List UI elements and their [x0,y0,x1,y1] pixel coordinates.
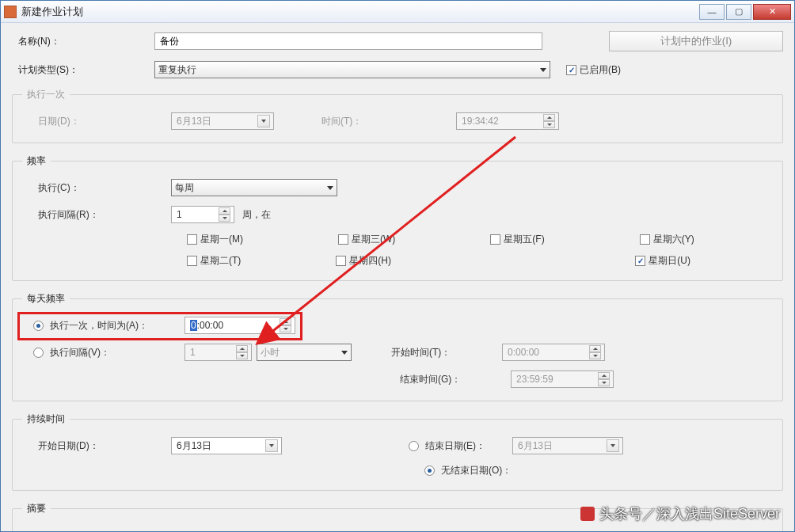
calendar-icon[interactable] [265,439,278,452]
once-time-spinner: 19:34:42 [456,112,559,130]
chevron-down-icon [341,351,348,355]
spin-down-icon[interactable] [219,215,230,222]
friday-checkbox[interactable] [490,234,500,245]
execute-once-group: 执行一次 日期(D)： 6月13日 时间(T)： 19:34:42 [12,88,783,143]
wednesday-label: 星期三(W) [352,233,395,246]
watermark-text: 头条号／深入浅出SiteServer [599,504,780,523]
once-time-label: 时间(T)： [321,115,393,128]
daily-frequency-legend: 每天频率 [22,292,70,306]
daily-end-value: 23:59:59 [516,374,553,385]
saturday-label: 星期六(Y) [653,233,694,246]
daily-interval-radio[interactable] [33,348,44,358]
daily-start-label: 开始时间(T)： [391,346,462,359]
daily-once-radio[interactable] [33,321,44,331]
minimize-button[interactable]: — [699,4,725,20]
exec-select[interactable]: 每周 [171,179,337,196]
app-icon [4,6,17,18]
plan-type-value: 重复执行 [158,63,196,77]
friday-label: 星期五(F) [504,233,544,246]
chevron-down-icon [327,186,333,190]
start-date-label: 开始日期(D)： [22,439,171,453]
tuesday-checkbox[interactable] [187,256,197,266]
frequency-legend: 频率 [22,154,51,168]
daily-end-label: 结束时间(G)： [400,373,471,386]
daily-interval-value: 1 [190,347,196,358]
exec-label: 执行(C)： [22,181,171,195]
calendar-icon [257,115,270,127]
thursday-checkbox[interactable] [336,256,346,266]
titlebar: 新建作业计划 — ▢ ✕ [1,1,794,23]
daily-interval-label: 执行间隔(V)： [50,346,184,359]
watermark: 头条号／深入浅出SiteServer [580,504,780,523]
interval-unit: 周，在 [242,208,271,222]
once-date-picker: 6月13日 [171,112,274,130]
interval-value: 1 [177,209,182,220]
interval-label: 执行间隔(R)： [22,208,171,222]
daily-interval-unit: 小时 [261,346,280,359]
calendar-icon [607,439,619,452]
enabled-checkbox[interactable] [566,65,576,75]
tuesday-label: 星期二(T) [200,254,241,268]
once-date-value: 6月13日 [177,115,211,128]
daily-interval-unit-select: 小时 [257,344,352,361]
sunday-checkbox[interactable] [635,256,645,266]
once-date-label: 日期(D)： [22,115,171,128]
interval-spinner[interactable]: 1 [171,206,234,223]
window-title: 新建作业计划 [21,5,698,19]
spin-down-icon[interactable] [280,325,291,332]
execute-once-legend: 执行一次 [22,88,70,101]
duration-group: 持续时间 开始日期(D)： 6月13日 结束日期(E)： 6月13日 无结束日期… [12,412,783,491]
once-time-value: 19:34:42 [462,116,499,127]
spin-up-icon[interactable] [219,207,230,215]
close-button[interactable]: ✕ [753,4,791,20]
daily-frequency-group: 每天频率 执行一次，时间为(A)： 0:00:00 执行间隔(V)： 1 小时 [12,292,783,401]
plan-jobs-button[interactable]: 计划中的作业(I) [609,31,783,51]
wednesday-checkbox[interactable] [338,234,348,245]
chevron-down-icon [540,68,546,72]
end-date-radio[interactable] [409,441,419,451]
name-input[interactable] [154,32,542,50]
daily-end-time: 23:59:59 [511,370,614,388]
saturday-checkbox[interactable] [640,234,650,245]
frequency-group: 频率 执行(C)： 每周 执行间隔(R)： 1 周，在 星期一(M) 星期三(W… [12,154,783,281]
summary-legend: 摘要 [22,502,51,515]
duration-legend: 持续时间 [22,412,70,426]
end-date-label: 结束日期(E)： [425,439,512,453]
spin-up-icon[interactable] [280,318,291,325]
maximize-button[interactable]: ▢ [726,4,751,20]
daily-interval-spinner: 1 [184,344,252,361]
daily-once-time-value: 0:00:00 [190,320,223,331]
watermark-icon [580,507,595,521]
monday-checkbox[interactable] [187,234,197,245]
start-date-picker[interactable]: 6月13日 [171,437,282,454]
enabled-label: 已启用(B) [580,63,621,77]
daily-once-time[interactable]: 0:00:00 [184,317,295,334]
plan-type-label: 计划类型(S)： [12,63,154,77]
start-date-value: 6月13日 [177,439,211,453]
monday-label: 星期一(M) [200,233,243,246]
daily-once-label: 执行一次，时间为(A)： [50,319,184,332]
sunday-label: 星期日(U) [649,254,690,268]
thursday-label: 星期四(H) [349,254,391,268]
exec-value: 每周 [175,181,194,195]
daily-start-time: 0:00:00 [502,344,605,361]
name-label: 名称(N)： [12,35,154,48]
plan-type-select[interactable]: 重复执行 [154,61,550,78]
daily-start-value: 0:00:00 [508,347,539,358]
no-end-date-label: 无结束日期(O)： [441,464,512,477]
end-date-picker: 6月13日 [512,437,623,454]
end-date-value: 6月13日 [518,439,553,453]
no-end-date-radio[interactable] [424,466,435,476]
